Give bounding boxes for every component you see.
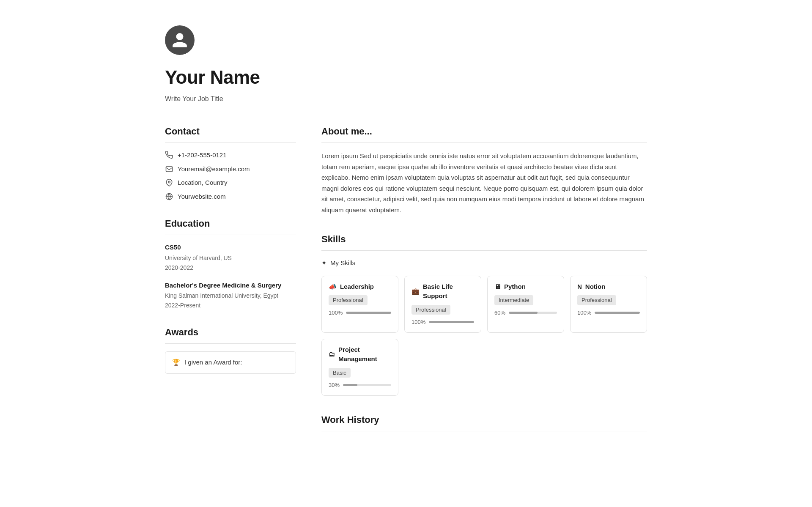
skills-section: Skills ✦ My Skills 📣 Leadership Professi… <box>321 232 647 396</box>
skill-card-leadership: 📣 Leadership Professional 100% <box>321 276 398 333</box>
work-history-title: Work History <box>321 413 647 427</box>
progress-fill-leadership <box>346 312 391 314</box>
work-history-section: Work History <box>321 413 647 431</box>
page-container: Your Name Write Your Job Title Contact +… <box>127 0 685 482</box>
skill-percent-python: 60% <box>494 309 505 317</box>
edu-name-0: CS50 <box>165 243 296 252</box>
svg-rect-0 <box>166 167 173 172</box>
about-section: About me... Lorem ipsum Sed ut perspicia… <box>321 124 647 215</box>
skill-progress-notion: 100% <box>577 309 640 317</box>
skill-progress-leadership: 100% <box>329 309 391 317</box>
skills-grid-row2: 🗂 Project Management Basic 30% <box>321 339 647 396</box>
right-column: About me... Lorem ipsum Sed ut perspicia… <box>321 124 647 448</box>
about-divider <box>321 143 647 143</box>
skill-name-leadership: Leadership <box>340 282 374 292</box>
education-section: Education CS50 University of Harvard, US… <box>165 217 296 310</box>
contact-title: Contact <box>165 124 296 138</box>
edu-year-1: 2022-Present <box>165 301 296 310</box>
skill-badge-leadership: Professional <box>329 295 368 305</box>
edu-institution-0: University of Harvard, US <box>165 254 296 263</box>
folder-icon: 🗂 <box>329 350 335 359</box>
edu-item-0: CS50 University of Harvard, US 2020-2022 <box>165 243 296 272</box>
education-title: Education <box>165 217 296 230</box>
contact-location-value: Location, Country <box>178 178 228 188</box>
progress-fill-notion <box>595 312 640 314</box>
contact-phone: +1-202-555-0121 <box>165 151 296 160</box>
skill-percent-notion: 100% <box>577 309 591 317</box>
briefcase-icon: 💼 <box>411 287 420 296</box>
awards-section: Awards 🏆 I given an Award for: <box>165 325 296 374</box>
progress-fill-pm <box>343 384 357 386</box>
contact-website-value: Yourwebsite.com <box>178 192 226 202</box>
skill-header-bls: 💼 Basic Life Support <box>411 282 474 301</box>
avatar <box>165 25 195 55</box>
education-divider <box>165 235 296 235</box>
progress-bg-pm <box>343 384 391 386</box>
skill-percent-leadership: 100% <box>329 309 343 317</box>
megaphone-icon: 📣 <box>329 282 337 292</box>
work-history-divider <box>321 431 647 431</box>
contact-email-value: Youremail@example.com <box>178 164 250 174</box>
trophy-icon: 🏆 <box>172 358 180 367</box>
award-box: 🏆 I given an Award for: <box>165 351 296 374</box>
skill-progress-python: 60% <box>494 309 557 317</box>
progress-bg-bls <box>429 321 474 323</box>
skill-badge-python: Intermediate <box>494 295 533 305</box>
skills-header-icon: ✦ <box>321 258 327 268</box>
about-title: About me... <box>321 124 647 138</box>
phone-icon <box>165 151 173 159</box>
about-text: Lorem ipsum Sed ut perspiciatis unde omn… <box>321 151 647 215</box>
progress-fill-python <box>509 312 538 314</box>
main-layout: Contact +1-202-555-0121 <box>165 124 647 448</box>
progress-bg-notion <box>595 312 640 314</box>
progress-bg-leadership <box>346 312 391 314</box>
notion-icon: N <box>577 282 582 292</box>
header-job-title: Write Your Job Title <box>165 94 647 104</box>
svg-point-1 <box>168 181 170 184</box>
contact-phone-value: +1-202-555-0121 <box>178 151 227 160</box>
awards-title: Awards <box>165 325 296 339</box>
skill-header-leadership: 📣 Leadership <box>329 282 391 292</box>
edu-item-1: Bachelor's Degree Medicine & Surgery Kin… <box>165 281 296 310</box>
skill-progress-bls: 100% <box>411 318 474 326</box>
website-icon <box>165 192 173 201</box>
contact-section: Contact +1-202-555-0121 <box>165 124 296 201</box>
left-column: Contact +1-202-555-0121 <box>165 124 296 448</box>
skills-grid-row1: 📣 Leadership Professional 100% <box>321 276 647 333</box>
edu-institution-1: King Salman International University, Eg… <box>165 291 296 300</box>
contact-divider <box>165 143 296 143</box>
contact-website: Yourwebsite.com <box>165 192 296 202</box>
skill-badge-pm: Basic <box>329 368 351 378</box>
location-icon <box>165 178 173 187</box>
progress-fill-bls <box>429 321 474 323</box>
contact-location: Location, Country <box>165 178 296 188</box>
skill-progress-pm: 30% <box>329 381 391 389</box>
skill-badge-bls: Professional <box>411 305 450 315</box>
edu-name-1: Bachelor's Degree Medicine & Surgery <box>165 281 296 290</box>
header-name: Your Name <box>165 63 647 91</box>
skill-header-notion: N Notion <box>577 282 640 292</box>
skill-header-pm: 🗂 Project Management <box>329 345 391 364</box>
skill-name-bls: Basic Life Support <box>423 282 474 301</box>
skill-header-python: 🖥 Python <box>494 282 557 292</box>
email-icon <box>165 165 173 173</box>
skill-badge-notion: Professional <box>577 295 616 305</box>
user-icon <box>171 31 189 49</box>
edu-year-0: 2020-2022 <box>165 263 296 272</box>
skills-header: ✦ My Skills <box>321 258 647 268</box>
skills-title: Skills <box>321 232 647 246</box>
contact-email: Youremail@example.com <box>165 164 296 174</box>
skill-card-notion: N Notion Professional 100% <box>570 276 647 333</box>
skill-card-bls: 💼 Basic Life Support Professional 100% <box>404 276 481 333</box>
progress-bg-python <box>509 312 557 314</box>
skill-name-notion: Notion <box>585 282 605 292</box>
skill-percent-bls: 100% <box>411 318 425 326</box>
awards-divider <box>165 343 296 344</box>
skills-divider <box>321 250 647 251</box>
skill-card-python: 🖥 Python Intermediate 60% <box>487 276 564 333</box>
skill-name-pm: Project Management <box>338 345 391 364</box>
skill-card-pm: 🗂 Project Management Basic 30% <box>321 339 398 396</box>
header: Your Name Write Your Job Title <box>165 25 647 104</box>
award-label: I given an Award for: <box>184 358 242 367</box>
terminal-icon: 🖥 <box>494 282 501 292</box>
